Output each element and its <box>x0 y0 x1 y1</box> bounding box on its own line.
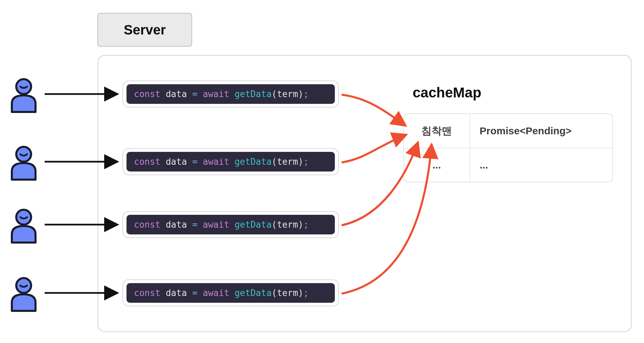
code-line: const data = await getData(term); <box>127 84 335 104</box>
code-token-paren: ( <box>272 288 277 298</box>
code-token-op: = <box>192 288 198 298</box>
code-token-fn: getData <box>234 157 272 167</box>
cachemap-row: 침착맨 Promise<Pending> <box>404 114 612 148</box>
cachemap-value: Promise<Pending> <box>470 114 612 148</box>
cachemap-key: 침착맨 <box>404 114 470 148</box>
svg-point-3 <box>16 278 31 293</box>
code-token-semi: ; <box>303 220 309 230</box>
code-token-paren: ( <box>272 157 277 167</box>
code-token-op: = <box>192 157 198 167</box>
svg-point-2 <box>16 210 31 225</box>
svg-point-0 <box>16 79 31 94</box>
code-token-const: const <box>134 89 160 99</box>
user-icon <box>7 207 41 246</box>
code-token-op: = <box>192 220 198 230</box>
server-label: Server <box>97 13 192 47</box>
code-token-await: await <box>203 157 229 167</box>
code-token-await: await <box>203 220 229 230</box>
code-line: const data = await getData(term); <box>127 215 335 234</box>
code-token-var: data <box>166 220 187 230</box>
code-token-var: data <box>166 89 187 99</box>
cachemap-title-text: cacheMap <box>413 85 481 100</box>
code-token-paren: ) <box>298 288 303 298</box>
cachemap-key-text: ... <box>432 159 441 171</box>
code-token-arg: term <box>277 157 298 167</box>
code-chip: const data = await getData(term); <box>122 81 339 108</box>
code-token-fn: getData <box>234 89 272 99</box>
code-token-semi: ; <box>303 89 309 99</box>
code-token-paren: ( <box>272 89 277 99</box>
code-chip: const data = await getData(term); <box>122 148 339 175</box>
code-token-arg: term <box>277 220 298 230</box>
code-line: const data = await getData(term); <box>127 152 335 172</box>
cachemap-key: ... <box>404 148 470 182</box>
cachemap-value: ... <box>470 148 612 182</box>
code-token-op: = <box>192 89 198 99</box>
code-token-paren: ) <box>298 220 303 230</box>
cachemap-row: ... ... <box>404 148 612 182</box>
user-icon <box>7 275 41 314</box>
code-token-fn: getData <box>234 288 272 298</box>
code-token-const: const <box>134 288 160 298</box>
code-token-const: const <box>134 157 160 167</box>
code-token-semi: ; <box>303 157 309 167</box>
cachemap-key-text: 침착맨 <box>421 124 452 138</box>
code-token-paren: ( <box>272 220 277 230</box>
code-token-arg: term <box>277 89 298 99</box>
cachemap-value-text: ... <box>480 159 488 171</box>
code-token-paren: ) <box>298 157 303 167</box>
user-icon <box>7 144 41 183</box>
code-chip: const data = await getData(term); <box>122 279 339 306</box>
code-token-var: data <box>166 157 187 167</box>
code-chip: const data = await getData(term); <box>122 211 339 238</box>
code-token-await: await <box>203 288 229 298</box>
code-token-semi: ; <box>303 288 309 298</box>
cachemap-value-text: Promise<Pending> <box>480 125 572 137</box>
cachemap-title: cacheMap <box>413 85 481 101</box>
code-token-paren: ) <box>298 89 303 99</box>
code-token-arg: term <box>277 288 298 298</box>
code-line: const data = await getData(term); <box>127 283 335 303</box>
svg-point-1 <box>16 147 31 162</box>
code-token-const: const <box>134 220 160 230</box>
user-icon <box>7 76 41 115</box>
code-token-var: data <box>166 288 187 298</box>
code-token-await: await <box>203 89 229 99</box>
cachemap-table: 침착맨 Promise<Pending> ... ... <box>403 113 613 182</box>
server-label-text: Server <box>124 22 166 38</box>
code-token-fn: getData <box>234 220 272 230</box>
